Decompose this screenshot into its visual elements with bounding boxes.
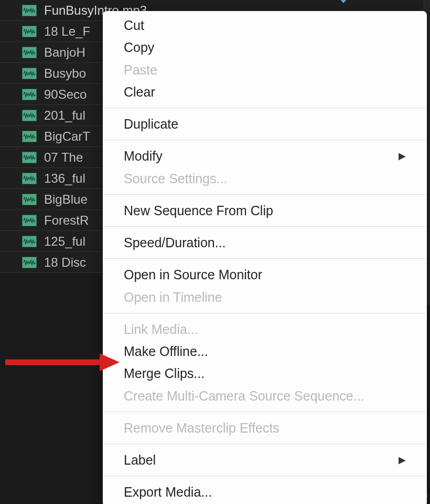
svg-marker-2 xyxy=(100,353,120,371)
menu-item-label: Copy xyxy=(124,38,154,57)
menu-separator xyxy=(104,476,426,476)
file-name: ForestR xyxy=(44,213,89,228)
audio-waveform-icon xyxy=(22,194,37,205)
menu-item-label: Speed/Duration... xyxy=(124,233,226,252)
file-name: 125_ful xyxy=(44,234,85,249)
menu-separator xyxy=(104,258,426,259)
menu-separator xyxy=(104,444,426,444)
menu-item-label: Clear xyxy=(124,82,155,101)
file-name: BigBlue xyxy=(44,192,88,207)
menu-separator xyxy=(104,108,426,108)
file-name: BigCarT xyxy=(44,129,90,144)
menu-item-open-in-source-monitor[interactable]: Open in Source Monitor xyxy=(103,264,427,286)
menu-item-label: Make Offline... xyxy=(124,342,208,361)
menu-item-label: Duplicate xyxy=(124,114,178,133)
menu-separator xyxy=(104,412,426,412)
menu-item-label[interactable]: Label▶ xyxy=(103,449,427,471)
menu-item-label: Link Media... xyxy=(124,320,198,339)
menu-item-make-offline[interactable]: Make Offline... xyxy=(103,340,427,362)
menu-item-label: Label xyxy=(124,450,156,469)
menu-item-new-sequence-from-clip[interactable]: New Sequence From Clip xyxy=(103,200,427,222)
audio-waveform-icon xyxy=(22,215,37,226)
menu-item-label: Open in Timeline xyxy=(124,288,222,307)
menu-item-cut[interactable]: Cut xyxy=(103,14,427,36)
audio-waveform-icon xyxy=(22,89,37,100)
menu-item-label: Paste xyxy=(124,60,157,79)
file-name: 18 Le_F xyxy=(44,24,90,39)
audio-waveform-icon xyxy=(22,236,37,247)
menu-item-remove-masterclip-effects: Remove Masterclip Effects xyxy=(103,417,427,439)
file-name: BanjoH xyxy=(44,45,85,60)
menu-item-label: Source Settings... xyxy=(124,169,227,188)
menu-item-modify[interactable]: Modify▶ xyxy=(103,145,427,167)
file-name: 07 The xyxy=(44,150,83,165)
menu-item-export-media[interactable]: Export Media... xyxy=(103,481,427,503)
menu-separator xyxy=(104,226,426,227)
menu-item-copy[interactable]: Copy xyxy=(103,36,427,58)
menu-separator xyxy=(104,194,426,195)
menu-separator xyxy=(104,140,426,140)
menu-item-label: Export Media... xyxy=(124,482,212,501)
submenu-arrow-icon: ▶ xyxy=(399,149,406,163)
menu-item-label: Create Multi-Camera Source Sequence... xyxy=(124,386,364,405)
menu-separator xyxy=(104,313,426,313)
audio-waveform-icon xyxy=(22,5,37,16)
audio-waveform-icon xyxy=(22,110,37,121)
audio-waveform-icon xyxy=(22,26,37,37)
file-name: 136_ful xyxy=(44,171,85,186)
audio-waveform-icon xyxy=(22,68,37,79)
file-name: 90Seco xyxy=(44,87,87,102)
audio-waveform-icon xyxy=(22,131,37,142)
annotation-arrow xyxy=(0,351,121,373)
menu-item-clear[interactable]: Clear xyxy=(103,81,427,103)
menu-item-label: New Sequence From Clip xyxy=(124,201,273,220)
menu-item-label: Modify xyxy=(124,146,163,165)
menu-item-source-settings: Source Settings... xyxy=(103,167,427,190)
playhead-marker[interactable] xyxy=(343,0,345,2)
audio-waveform-icon xyxy=(22,152,37,163)
menu-item-paste: Paste xyxy=(103,59,427,81)
file-name: Busybo xyxy=(44,66,86,81)
audio-waveform-icon xyxy=(22,257,37,268)
menu-item-label: Remove Masterclip Effects xyxy=(124,418,280,437)
menu-item-create-multi-camera-source-sequence: Create Multi-Camera Source Sequence... xyxy=(103,385,427,407)
audio-waveform-icon xyxy=(22,47,37,58)
submenu-arrow-icon: ▶ xyxy=(399,453,406,467)
menu-item-duplicate[interactable]: Duplicate xyxy=(103,113,427,135)
audio-waveform-icon xyxy=(22,173,37,184)
file-name: 18 Disc xyxy=(44,255,86,270)
menu-item-label: Open in Source Monitor xyxy=(124,265,262,284)
menu-item-speed-duration[interactable]: Speed/Duration... xyxy=(103,232,427,254)
context-menu: CutCopyPasteClearDuplicateModify▶Source … xyxy=(103,11,427,504)
menu-item-link-media: Link Media... xyxy=(103,318,427,340)
file-name: 201_ful xyxy=(44,108,85,123)
menu-item-label: Cut xyxy=(124,16,144,35)
menu-item-label: Merge Clips... xyxy=(124,364,205,383)
menu-item-merge-clips[interactable]: Merge Clips... xyxy=(103,362,427,384)
menu-item-open-in-timeline: Open in Timeline xyxy=(103,286,427,308)
